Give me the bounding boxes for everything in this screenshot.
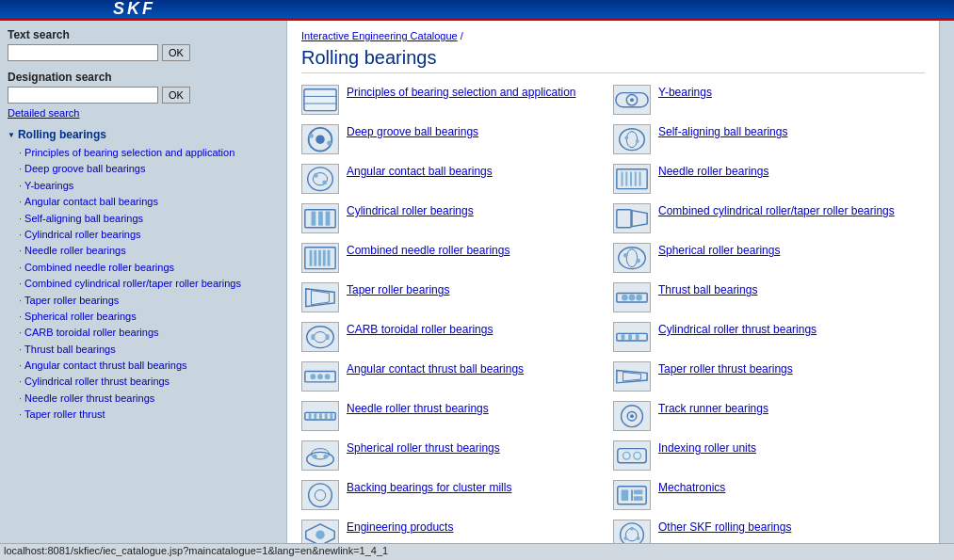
sidebar-items: Principles of bearing selection and appl… — [8, 145, 279, 424]
spherical_thrust-icon — [301, 440, 339, 471]
bearing-link[interactable]: Needle roller bearings — [658, 164, 768, 180]
bearing-link[interactable]: Cylindrical roller thrust bearings — [658, 322, 817, 338]
combined_cyl_taper-icon — [613, 203, 651, 233]
svg-point-66 — [636, 258, 640, 263]
y_bearings-icon — [613, 85, 651, 115]
bearing-link[interactable]: Track runner bearings — [658, 401, 768, 417]
scrollbar[interactable] — [939, 21, 954, 560]
bearing-link[interactable]: Mechatronics — [658, 480, 725, 496]
svg-rect-61 — [617, 210, 631, 228]
bearing-link[interactable]: Thrust ball bearings — [658, 282, 757, 298]
taper-icon — [301, 282, 339, 312]
sidebar-item[interactable]: Principles of bearing selection and appl… — [8, 145, 279, 161]
text-search-input[interactable] — [8, 44, 158, 61]
sidebar-item[interactable]: Self-aligning ball bearings — [8, 211, 279, 227]
bearing-link[interactable]: Combined cylindrical roller/taper roller… — [658, 203, 895, 219]
bearing-link[interactable]: Taper roller bearings — [347, 282, 449, 298]
designation-search-ok-button[interactable]: OK — [162, 87, 190, 104]
svg-rect-87 — [634, 496, 642, 501]
list-item: Spherical roller bearings — [613, 243, 925, 273]
svg-point-30 — [325, 374, 331, 379]
bearing-link[interactable]: Taper roller thrust bearings — [658, 361, 793, 377]
sidebar-item[interactable]: Deep groove ball bearings — [8, 161, 279, 177]
bearing-link[interactable]: Angular contact thrust ball bearings — [347, 361, 524, 377]
track_runner-icon — [613, 401, 651, 431]
sidebar-item[interactable]: Taper roller bearings — [8, 293, 279, 309]
svg-rect-20 — [328, 249, 331, 265]
svg-point-51 — [620, 129, 645, 151]
svg-point-68 — [622, 295, 628, 301]
sidebar-item[interactable]: Needle roller thrust bearings — [8, 391, 279, 407]
svg-point-50 — [630, 98, 634, 102]
sidebar-item[interactable]: Combined needle roller bearings — [8, 260, 279, 276]
logo: SKF — [113, 0, 155, 19]
sidebar: Text search OK Designation search OK Det… — [0, 21, 287, 560]
sidebar-item[interactable]: Spherical roller bearings — [8, 309, 279, 325]
bearing-link[interactable]: Y-bearings — [658, 85, 712, 101]
sidebar-item[interactable]: Thrust ball bearings — [8, 342, 279, 358]
sidebar-item[interactable]: Angular contact ball bearings — [8, 194, 279, 210]
svg-marker-76 — [623, 372, 641, 380]
sidebar-item[interactable]: Angular contact thrust ball bearings — [8, 358, 279, 374]
combined_needle-icon — [301, 243, 339, 273]
sidebar-item[interactable]: Combined cylindrical roller/taper roller… — [8, 276, 279, 292]
svg-point-39 — [313, 455, 317, 459]
sidebar-item[interactable]: Needle roller bearings — [8, 243, 279, 259]
svg-point-63 — [619, 248, 645, 269]
svg-point-4 — [315, 135, 324, 143]
list-item: Indexing roller units — [613, 440, 925, 471]
svg-point-28 — [311, 374, 316, 379]
bearing-link[interactable]: Backing bearings for cluster mills — [347, 480, 511, 496]
svg-rect-12 — [312, 211, 316, 225]
bearing-link[interactable]: Spherical roller bearings — [658, 243, 780, 259]
sidebar-item[interactable]: Taper roller thrust — [8, 407, 279, 423]
sidebar-item[interactable]: Cylindrical roller bearings — [8, 227, 279, 243]
svg-point-91 — [637, 536, 640, 540]
svg-rect-25 — [312, 334, 315, 340]
svg-point-24 — [314, 331, 326, 342]
angular-icon — [301, 164, 339, 194]
designation-search-input[interactable] — [8, 87, 158, 104]
svg-rect-35 — [325, 413, 328, 419]
svg-rect-0 — [304, 89, 336, 111]
detailed-search-link[interactable]: Detailed search — [8, 107, 279, 119]
list-item: Mechatronics — [613, 480, 925, 510]
svg-rect-60 — [639, 171, 641, 185]
cylindrical-icon — [301, 203, 339, 233]
bearing-link[interactable]: Principles of bearing selection and appl… — [347, 85, 576, 101]
bearing-link[interactable]: CARB toroidal roller bearings — [347, 322, 493, 338]
bearing-link[interactable]: Other SKF rolling bearings — [658, 520, 791, 536]
sidebar-item[interactable]: Y-bearings — [8, 178, 279, 194]
angular_thrust-icon — [301, 361, 339, 392]
sidebar-item[interactable]: CARB toroidal roller bearings — [8, 325, 279, 341]
list-item: Y-bearings — [613, 85, 925, 115]
svg-point-10 — [322, 180, 327, 184]
list-item: Deep groove ball bearings — [301, 124, 613, 154]
mechatronics-icon — [613, 480, 651, 510]
list-item: Cylindrical roller bearings — [301, 203, 613, 233]
bearing-link[interactable]: Indexing roller units — [658, 440, 756, 456]
svg-rect-80 — [618, 448, 646, 462]
bearing-link[interactable]: Angular contact ball bearings — [347, 164, 493, 180]
bearing-link[interactable]: Needle roller thrust bearings — [347, 401, 489, 417]
svg-point-79 — [630, 414, 634, 418]
bearing-link[interactable]: Spherical roller thrust bearings — [347, 440, 500, 456]
spherical-icon — [613, 243, 651, 273]
bearing-link[interactable]: Combined needle roller bearings — [347, 243, 509, 259]
bearing-link[interactable]: Engineering products — [347, 520, 453, 536]
svg-rect-18 — [318, 249, 321, 265]
svg-point-70 — [636, 295, 642, 301]
bearing-link[interactable]: Deep groove ball bearings — [347, 124, 478, 140]
list-item: Combined cylindrical roller/taper roller… — [613, 203, 925, 233]
svg-rect-16 — [310, 249, 313, 265]
sidebar-item[interactable]: Cylindrical roller thrust bearings — [8, 374, 279, 390]
svg-point-64 — [626, 249, 637, 267]
bearing-link[interactable]: Self-aligning ball bearings — [658, 124, 787, 140]
svg-rect-14 — [326, 211, 331, 225]
svg-point-52 — [626, 131, 637, 147]
breadcrumb-link[interactable]: Interactive Engineering Catalogue — [301, 30, 458, 41]
list-item: Taper roller thrust bearings — [613, 361, 925, 392]
text-search-ok-button[interactable]: OK — [162, 44, 190, 61]
bearing-link[interactable]: Cylindrical roller bearings — [347, 203, 474, 219]
svg-rect-86 — [634, 489, 642, 494]
